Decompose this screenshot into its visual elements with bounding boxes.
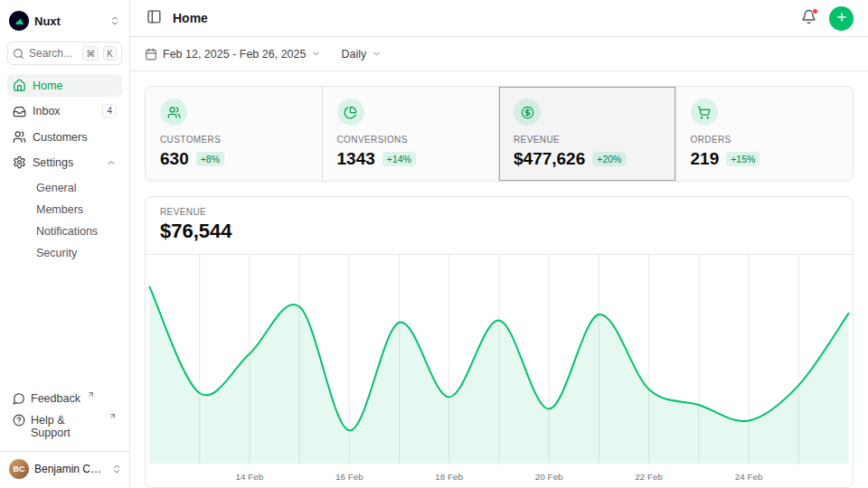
stat-delta-badge: +14% (382, 152, 416, 166)
users-icon (160, 99, 187, 126)
sidebar-item-inbox[interactable]: Inbox 4 (7, 99, 122, 123)
chevron-down-icon (372, 49, 382, 59)
inbox-count-badge: 4 (102, 104, 117, 118)
page-header: Home (130, 0, 868, 37)
stat-label: CONVERSIONS (337, 135, 485, 145)
sidebar: Nuxt Search... ⌘ K Home (0, 0, 130, 488)
page-title: Home (173, 11, 208, 25)
stat-value: $477,626 (514, 149, 585, 169)
chart-header: REVENUE $76,544 (146, 197, 853, 255)
svg-text:16 Feb: 16 Feb (335, 472, 363, 482)
stat-value: 1343 (337, 149, 375, 169)
inbox-icon (13, 105, 26, 118)
panel-left-icon (146, 9, 162, 27)
external-link-icon (108, 412, 117, 420)
gear-icon (13, 155, 26, 169)
sidebar-item-label: Inbox (33, 105, 96, 117)
sidebar-nav: Home Inbox 4 Customers Settings (7, 74, 122, 263)
search-placeholder: Search... (29, 47, 78, 60)
avatar: BC (9, 459, 29, 479)
notifications-button[interactable] (799, 7, 818, 29)
svg-text:20 Feb: 20 Feb (535, 472, 563, 482)
dollar-circle-icon (514, 99, 541, 126)
date-range-picker[interactable]: Feb 12, 2025 - Feb 26, 2025 (145, 48, 321, 61)
notification-dot (812, 8, 818, 14)
cart-icon (691, 99, 718, 126)
sidebar-item-home[interactable]: Home (7, 74, 122, 97)
stat-label: CUSTOMERS (160, 135, 307, 145)
kbd-k: K (103, 46, 117, 61)
chevrons-up-down-icon (111, 464, 122, 474)
date-range-label: Feb 12, 2025 - Feb 26, 2025 (163, 48, 306, 61)
sidebar-item-notifications[interactable]: Notifications (32, 221, 122, 241)
stat-value: 219 (691, 149, 720, 169)
kbd-cmd: ⌘ (82, 46, 99, 61)
workspace-name: Nuxt (34, 14, 104, 28)
sidebar-toggle-button[interactable] (145, 7, 164, 29)
sidebar-item-members[interactable]: Members (32, 200, 122, 220)
search-icon (13, 48, 24, 60)
sidebar-item-customers[interactable]: Customers (7, 126, 122, 148)
users-icon (13, 130, 26, 144)
search-input[interactable]: Search... ⌘ K (7, 42, 122, 65)
feedback-label: Feedback (31, 392, 80, 405)
stat-label: REVENUE (514, 135, 661, 145)
svg-text:24 Feb: 24 Feb (735, 472, 763, 482)
stat-card-revenue[interactable]: REVENUE $477,626 +20% (499, 87, 676, 181)
workspace-switcher[interactable]: Nuxt (7, 7, 122, 34)
svg-text:22 Feb: 22 Feb (635, 472, 663, 482)
sidebar-item-label: Settings (33, 156, 99, 169)
chevron-down-icon (311, 49, 321, 59)
stat-delta-badge: +15% (726, 152, 760, 166)
settings-children: General Members Notifications Security (7, 178, 122, 263)
sidebar-item-feedback[interactable]: Feedback (7, 388, 122, 409)
nuxt-logo-icon (9, 11, 29, 31)
interval-label: Daily (341, 48, 366, 61)
stat-card-orders[interactable]: ORDERS 219 +15% (676, 87, 854, 181)
chart-metric-value: $76,544 (160, 220, 838, 243)
revenue-chart-card: REVENUE $76,544 14 Feb16 Feb18 Feb20 Feb… (145, 196, 854, 488)
sidebar-item-settings[interactable]: Settings (7, 151, 122, 174)
sidebar-item-label: Home (33, 80, 117, 92)
help-support-label: Help & Support (31, 414, 102, 439)
app-window: Nuxt Search... ⌘ K Home (0, 0, 868, 488)
chevrons-up-down-icon (109, 15, 120, 26)
sidebar-spacer (7, 263, 122, 388)
user-menu[interactable]: BC Benjamin Canac (0, 451, 129, 481)
sidebar-item-security[interactable]: Security (32, 243, 122, 263)
info-icon (13, 414, 25, 427)
stats-panel: CUSTOMERS 630 +8% CONVERSIONS 1343 +14% (145, 86, 854, 182)
stat-delta-badge: +8% (196, 152, 224, 166)
svg-text:18 Feb: 18 Feb (435, 472, 463, 482)
sidebar-item-general[interactable]: General (32, 178, 122, 198)
stat-label: ORDERS (691, 135, 839, 145)
stat-card-customers[interactable]: CUSTOMERS 630 +8% (146, 87, 323, 181)
sidebar-item-help-support[interactable]: Help & Support (7, 409, 122, 444)
interval-select[interactable]: Daily (341, 48, 382, 61)
stat-value: 630 (160, 149, 189, 169)
stat-card-conversions[interactable]: CONVERSIONS 1343 +14% (323, 87, 500, 181)
stat-delta-badge: +20% (592, 152, 626, 166)
message-icon (13, 392, 25, 405)
svg-text:14 Feb: 14 Feb (236, 472, 264, 482)
plus-icon (835, 11, 848, 26)
dashboard-content: CUSTOMERS 630 +8% CONVERSIONS 1343 +14% (130, 71, 868, 488)
sidebar-item-label: Customers (33, 131, 117, 144)
chart-metric-label: REVENUE (160, 207, 838, 217)
home-icon (13, 79, 26, 92)
filters-toolbar: Feb 12, 2025 - Feb 26, 2025 Daily (130, 37, 868, 71)
main-area: Home Feb 12, 2 (130, 0, 868, 488)
calendar-icon (145, 48, 157, 61)
user-name: Benjamin Canac (34, 463, 106, 475)
add-button[interactable] (829, 6, 854, 31)
chart-pie-icon (337, 99, 364, 126)
external-link-icon (87, 390, 95, 399)
revenue-area-chart[interactable]: 14 Feb16 Feb18 Feb20 Feb22 Feb24 Feb (146, 255, 853, 487)
header-actions (799, 6, 854, 31)
chevron-up-icon (106, 157, 117, 168)
